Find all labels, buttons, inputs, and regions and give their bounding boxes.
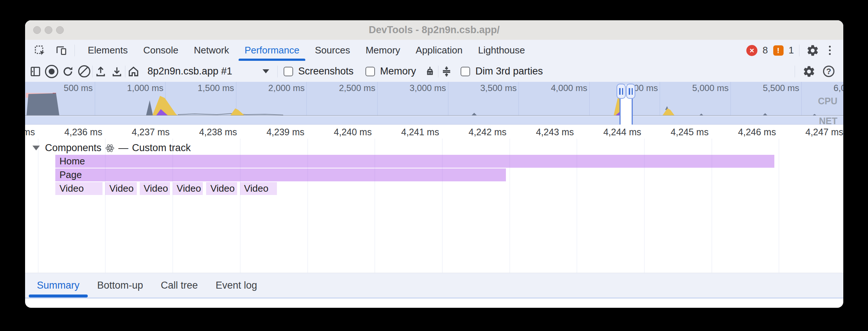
track-event-label: Video [140,183,168,194]
ruler-tick-label: 4,243 ms [536,127,574,137]
custom-track-header[interactable]: Components — Custom track [32,142,191,154]
warning-count[interactable]: 1 [789,45,794,56]
memory-checkbox[interactable] [365,67,375,76]
clear-recording-icon[interactable] [76,63,92,80]
track-event-bar[interactable]: Page [55,168,506,181]
track-event-bar[interactable]: Video [240,182,277,195]
reload-and-record-button[interactable] [60,63,76,80]
track-event-bar[interactable]: Video [173,182,203,195]
selection-handle-right[interactable] [626,84,635,99]
track-content: Components — Custom track HomePageVideoV… [25,139,843,273]
track-event-label: Video [240,183,268,194]
track-event-bar[interactable]: Home [55,155,774,168]
home-icon[interactable] [125,63,142,80]
bottom-tab-call-tree[interactable]: Call tree [152,273,207,297]
ruler-tick-label: 4,240 ms [334,127,372,137]
target-selector[interactable]: 8p2n9n.csb.app #1 [147,66,232,77]
devtools-tabs: ElementsConsoleNetworkPerformanceSources… [80,40,533,61]
track-event-label: Video [173,183,201,194]
divider [74,45,75,56]
garbage-collect-icon[interactable] [422,63,438,80]
track-event-bar[interactable]: Video [55,182,103,195]
selection-line-right[interactable] [632,98,633,125]
ruler-tick-label: 4,247 ms [805,127,843,137]
divider [25,297,843,299]
capture-settings-gear-icon[interactable] [801,63,817,80]
download-profile-icon[interactable] [109,63,125,80]
chevron-down-icon[interactable] [263,69,269,73]
more-options-icon[interactable] [826,44,834,56]
track-event-label: Page [55,169,82,181]
atom-icon [105,143,115,153]
bottom-tab-event-log[interactable]: Event log [207,273,266,297]
tab-lighthouse[interactable]: Lighthouse [471,40,533,61]
ruler-tick-label: 4,238 ms [199,127,237,137]
memory-label: Memory [380,66,416,77]
screenshots-label: Screenshots [298,66,354,77]
help-icon[interactable]: ? [823,66,834,77]
tab-network[interactable]: Network [186,40,237,61]
divider [277,66,278,77]
net-band-label: NET [819,116,837,125]
screenshot-stage: DevTools - 8p2n9n.csb.app/ [0,0,868,331]
ruler-tick-label: 4,239 ms [267,127,305,137]
ruler-tick-label: 4,242 ms [469,127,507,137]
dim-3rd-parties-toggle[interactable]: Dim 3rd parties [461,66,543,77]
upload-profile-icon[interactable] [93,63,109,80]
performance-toolbar: 8p2n9n.csb.app #1 Screenshots Memory [25,61,843,82]
bottom-tabbar: SummaryBottom-upCall treeEvent log [25,273,843,297]
selection-handle-left[interactable] [617,84,626,99]
track-event-label: Home [55,156,85,167]
devtools-window: DevTools - 8p2n9n.csb.app/ [25,20,843,308]
collapse-tracks-icon[interactable] [438,63,455,80]
devtools-tabbar: ElementsConsoleNetworkPerformanceSources… [25,40,843,61]
tab-performance[interactable]: Performance [237,40,307,61]
bottom-tab-summary[interactable]: Summary [28,273,88,297]
collapse-triangle-icon[interactable] [32,146,40,150]
track-event-label: Video [105,183,133,194]
custom-track-dash: — [118,142,128,154]
track-event-bar[interactable]: Video [206,182,237,195]
selection-line-left[interactable] [619,98,621,125]
custom-track-subtitle: Custom track [132,142,191,154]
settings-gear-icon[interactable] [805,42,821,59]
dim-3rd-parties-label: Dim 3rd parties [475,66,543,77]
detail-ruler[interactable]: 4,235 ms4,236 ms4,237 ms4,238 ms4,239 ms… [25,125,843,139]
ruler-tick-label: 4,237 ms [132,127,170,137]
tab-sources[interactable]: Sources [307,40,358,61]
inspect-element-icon[interactable] [32,42,48,59]
device-toolbar-icon[interactable] [53,42,69,59]
warning-badge-icon[interactable]: ! [773,45,784,56]
ruler-tick-label: 4,236 ms [65,127,103,137]
zoom-window-button[interactable] [56,26,64,34]
ruler-tick-label: 4,245 ms [671,127,709,137]
memory-toggle[interactable]: Memory [365,66,416,77]
toggle-sidebar-icon[interactable] [27,63,44,80]
tab-console[interactable]: Console [135,40,186,61]
divider [795,66,795,77]
close-window-button[interactable] [33,26,41,34]
tab-application[interactable]: Application [408,40,470,61]
track-event-bar[interactable]: Video [105,182,137,195]
track-event-label: Video [55,183,84,194]
ruler-tick-label: 4,246 ms [738,127,776,137]
bottom-tab-bottom-up[interactable]: Bottom-up [88,273,152,297]
minimize-window-button[interactable] [45,26,52,34]
tab-elements[interactable]: Elements [80,40,135,61]
ruler-tick-label: 4,235 ms [25,127,35,137]
tab-memory[interactable]: Memory [358,40,408,61]
titlebar: DevTools - 8p2n9n.csb.app/ [25,20,843,40]
ruler-tick-label: 4,241 ms [401,127,439,137]
record-button[interactable] [44,63,60,80]
track-row: Home [25,155,843,168]
screenshots-checkbox[interactable] [284,67,293,76]
custom-track-title: Components [45,142,101,154]
dim-3rd-parties-checkbox[interactable] [461,67,470,76]
timeline-overview[interactable]: CPU NET 500 ms1,000 ms1,500 ms2,000 ms2,… [25,82,843,125]
window-title: DevTools - 8p2n9n.csb.app/ [25,24,843,36]
error-badge-icon[interactable]: × [746,45,757,56]
error-count[interactable]: 8 [763,45,768,56]
screenshots-toggle[interactable]: Screenshots [284,66,354,77]
divider [799,45,799,56]
track-event-bar[interactable]: Video [140,182,170,195]
